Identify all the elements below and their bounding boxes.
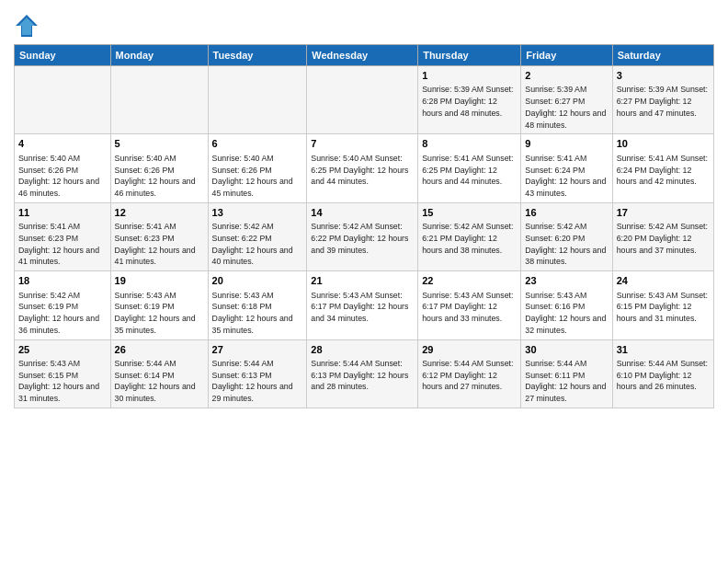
day-number: 3 bbox=[617, 69, 710, 83]
day-info: Sunrise: 5:39 AM Sunset: 6:28 PM Dayligh… bbox=[422, 84, 517, 119]
day-info: Sunrise: 5:41 AM Sunset: 6:25 PM Dayligh… bbox=[422, 153, 517, 188]
calendar-cell: 3Sunrise: 5:39 AM Sunset: 6:27 PM Daylig… bbox=[612, 66, 713, 134]
day-number: 1 bbox=[422, 69, 517, 83]
calendar-cell: 29Sunrise: 5:44 AM Sunset: 6:12 PM Dayli… bbox=[418, 339, 521, 408]
calendar-cell: 14Sunrise: 5:42 AM Sunset: 6:22 PM Dayli… bbox=[307, 202, 418, 270]
day-number: 26 bbox=[115, 343, 204, 357]
calendar-cell: 11Sunrise: 5:41 AM Sunset: 6:23 PM Dayli… bbox=[15, 202, 111, 270]
day-number: 28 bbox=[311, 343, 414, 357]
day-info: Sunrise: 5:43 AM Sunset: 6:19 PM Dayligh… bbox=[115, 290, 204, 337]
day-info: Sunrise: 5:42 AM Sunset: 6:21 PM Dayligh… bbox=[422, 221, 517, 256]
calendar-cell: 9Sunrise: 5:41 AM Sunset: 6:24 PM Daylig… bbox=[521, 134, 612, 202]
day-info: Sunrise: 5:39 AM Sunset: 6:27 PM Dayligh… bbox=[617, 84, 710, 119]
calendar-cell: 4Sunrise: 5:40 AM Sunset: 6:26 PM Daylig… bbox=[15, 134, 111, 202]
calendar-cell bbox=[110, 66, 208, 134]
calendar-cell: 27Sunrise: 5:44 AM Sunset: 6:13 PM Dayli… bbox=[208, 339, 307, 408]
header bbox=[14, 9, 714, 39]
calendar-cell: 26Sunrise: 5:44 AM Sunset: 6:14 PM Dayli… bbox=[110, 339, 208, 408]
calendar-cell: 19Sunrise: 5:43 AM Sunset: 6:19 PM Dayli… bbox=[110, 271, 208, 339]
calendar-cell: 25Sunrise: 5:43 AM Sunset: 6:15 PM Dayli… bbox=[15, 339, 111, 408]
day-info: Sunrise: 5:44 AM Sunset: 6:11 PM Dayligh… bbox=[525, 358, 608, 405]
day-number: 8 bbox=[422, 137, 517, 151]
day-info: Sunrise: 5:43 AM Sunset: 6:17 PM Dayligh… bbox=[311, 290, 414, 325]
calendar-cell: 30Sunrise: 5:44 AM Sunset: 6:11 PM Dayli… bbox=[521, 339, 612, 408]
weekday-header: Thursday bbox=[418, 45, 521, 66]
day-number: 17 bbox=[617, 206, 710, 220]
calendar-page: SundayMondayTuesdayWednesdayThursdayFrid… bbox=[0, 0, 728, 563]
day-info: Sunrise: 5:44 AM Sunset: 6:12 PM Dayligh… bbox=[422, 358, 517, 393]
day-number: 5 bbox=[115, 137, 204, 151]
calendar-cell bbox=[307, 66, 418, 134]
header-row: SundayMondayTuesdayWednesdayThursdayFrid… bbox=[15, 45, 714, 66]
calendar-cell: 28Sunrise: 5:44 AM Sunset: 6:13 PM Dayli… bbox=[307, 339, 418, 408]
calendar-cell: 21Sunrise: 5:43 AM Sunset: 6:17 PM Dayli… bbox=[307, 271, 418, 339]
day-number: 21 bbox=[311, 274, 414, 288]
day-info: Sunrise: 5:43 AM Sunset: 6:15 PM Dayligh… bbox=[18, 358, 107, 405]
weekday-header: Wednesday bbox=[307, 45, 418, 66]
calendar-table: SundayMondayTuesdayWednesdayThursdayFrid… bbox=[14, 44, 714, 408]
calendar-body: 1Sunrise: 5:39 AM Sunset: 6:28 PM Daylig… bbox=[15, 66, 714, 408]
weekday-header: Friday bbox=[521, 45, 612, 66]
day-info: Sunrise: 5:41 AM Sunset: 6:24 PM Dayligh… bbox=[617, 153, 710, 188]
day-info: Sunrise: 5:41 AM Sunset: 6:23 PM Dayligh… bbox=[18, 221, 107, 268]
calendar-cell bbox=[208, 66, 307, 134]
calendar-cell: 31Sunrise: 5:44 AM Sunset: 6:10 PM Dayli… bbox=[612, 339, 713, 408]
day-info: Sunrise: 5:44 AM Sunset: 6:13 PM Dayligh… bbox=[212, 358, 303, 405]
day-number: 24 bbox=[617, 274, 710, 288]
day-number: 12 bbox=[115, 206, 204, 220]
calendar-cell: 1Sunrise: 5:39 AM Sunset: 6:28 PM Daylig… bbox=[418, 66, 521, 134]
svg-marker-1 bbox=[18, 17, 35, 35]
day-info: Sunrise: 5:44 AM Sunset: 6:13 PM Dayligh… bbox=[311, 358, 414, 393]
day-number: 19 bbox=[115, 274, 204, 288]
weekday-header: Tuesday bbox=[208, 45, 307, 66]
weekday-header: Monday bbox=[110, 45, 208, 66]
day-info: Sunrise: 5:43 AM Sunset: 6:16 PM Dayligh… bbox=[525, 290, 608, 337]
day-info: Sunrise: 5:41 AM Sunset: 6:24 PM Dayligh… bbox=[525, 153, 608, 200]
day-number: 22 bbox=[422, 274, 517, 288]
calendar-week-row: 18Sunrise: 5:42 AM Sunset: 6:19 PM Dayli… bbox=[15, 271, 714, 339]
day-number: 29 bbox=[422, 343, 517, 357]
calendar-cell: 13Sunrise: 5:42 AM Sunset: 6:22 PM Dayli… bbox=[208, 202, 307, 270]
day-info: Sunrise: 5:42 AM Sunset: 6:22 PM Dayligh… bbox=[212, 221, 303, 268]
day-number: 7 bbox=[311, 137, 414, 151]
calendar-cell: 10Sunrise: 5:41 AM Sunset: 6:24 PM Dayli… bbox=[612, 134, 713, 202]
weekday-header: Sunday bbox=[15, 45, 111, 66]
day-number: 13 bbox=[212, 206, 303, 220]
day-number: 10 bbox=[617, 137, 710, 151]
calendar-cell: 7Sunrise: 5:40 AM Sunset: 6:25 PM Daylig… bbox=[307, 134, 418, 202]
calendar-cell: 16Sunrise: 5:42 AM Sunset: 6:20 PM Dayli… bbox=[521, 202, 612, 270]
day-info: Sunrise: 5:44 AM Sunset: 6:10 PM Dayligh… bbox=[617, 358, 710, 393]
day-number: 30 bbox=[525, 343, 608, 357]
calendar-cell: 22Sunrise: 5:43 AM Sunset: 6:17 PM Dayli… bbox=[418, 271, 521, 339]
calendar-cell: 20Sunrise: 5:43 AM Sunset: 6:18 PM Dayli… bbox=[208, 271, 307, 339]
calendar-cell: 6Sunrise: 5:40 AM Sunset: 6:26 PM Daylig… bbox=[208, 134, 307, 202]
day-number: 20 bbox=[212, 274, 303, 288]
day-number: 31 bbox=[617, 343, 710, 357]
day-info: Sunrise: 5:40 AM Sunset: 6:26 PM Dayligh… bbox=[115, 153, 204, 200]
day-info: Sunrise: 5:43 AM Sunset: 6:15 PM Dayligh… bbox=[617, 290, 710, 325]
day-number: 18 bbox=[18, 274, 107, 288]
logo bbox=[14, 13, 43, 39]
day-number: 9 bbox=[525, 137, 608, 151]
calendar-cell: 15Sunrise: 5:42 AM Sunset: 6:21 PM Dayli… bbox=[418, 202, 521, 270]
day-info: Sunrise: 5:43 AM Sunset: 6:17 PM Dayligh… bbox=[422, 290, 517, 325]
day-info: Sunrise: 5:43 AM Sunset: 6:18 PM Dayligh… bbox=[212, 290, 303, 337]
day-info: Sunrise: 5:42 AM Sunset: 6:20 PM Dayligh… bbox=[525, 221, 608, 268]
calendar-cell: 8Sunrise: 5:41 AM Sunset: 6:25 PM Daylig… bbox=[418, 134, 521, 202]
calendar-cell: 5Sunrise: 5:40 AM Sunset: 6:26 PM Daylig… bbox=[110, 134, 208, 202]
day-number: 23 bbox=[525, 274, 608, 288]
day-number: 15 bbox=[422, 206, 517, 220]
calendar-week-row: 4Sunrise: 5:40 AM Sunset: 6:26 PM Daylig… bbox=[15, 134, 714, 202]
day-info: Sunrise: 5:42 AM Sunset: 6:19 PM Dayligh… bbox=[18, 290, 107, 337]
calendar-week-row: 1Sunrise: 5:39 AM Sunset: 6:28 PM Daylig… bbox=[15, 66, 714, 134]
day-info: Sunrise: 5:44 AM Sunset: 6:14 PM Dayligh… bbox=[115, 358, 204, 405]
day-info: Sunrise: 5:41 AM Sunset: 6:23 PM Dayligh… bbox=[115, 221, 204, 268]
day-info: Sunrise: 5:40 AM Sunset: 6:25 PM Dayligh… bbox=[311, 153, 414, 188]
calendar-week-row: 11Sunrise: 5:41 AM Sunset: 6:23 PM Dayli… bbox=[15, 202, 714, 270]
day-info: Sunrise: 5:40 AM Sunset: 6:26 PM Dayligh… bbox=[212, 153, 303, 200]
calendar-cell: 2Sunrise: 5:39 AM Sunset: 6:27 PM Daylig… bbox=[521, 66, 612, 134]
day-info: Sunrise: 5:42 AM Sunset: 6:22 PM Dayligh… bbox=[311, 221, 414, 256]
day-number: 14 bbox=[311, 206, 414, 220]
calendar-cell: 24Sunrise: 5:43 AM Sunset: 6:15 PM Dayli… bbox=[612, 271, 713, 339]
calendar-week-row: 25Sunrise: 5:43 AM Sunset: 6:15 PM Dayli… bbox=[15, 339, 714, 408]
